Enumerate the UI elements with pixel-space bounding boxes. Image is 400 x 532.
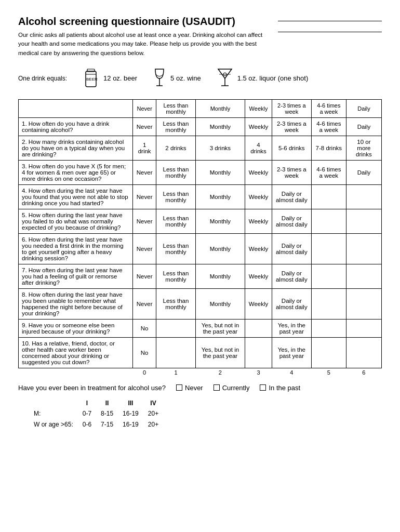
scoring-male-I: 0-7	[83, 408, 91, 419]
page-title: Alcohol screening questionnaire (USAUDIT…	[18, 16, 268, 28]
q2-a6: 10 or more drinks	[346, 136, 381, 160]
q6-a6	[346, 233, 381, 264]
q9-a4: Yes, in the past year	[272, 319, 311, 337]
scoring-male-II: 8-15	[101, 408, 113, 419]
q10-a6	[346, 337, 381, 368]
score-0: 0	[133, 368, 156, 376]
q1-a5: 4-6 times a week	[311, 117, 346, 136]
col-question	[19, 99, 133, 117]
q10-a5	[311, 337, 346, 368]
q8-a5	[311, 288, 346, 319]
q7-a6	[346, 264, 381, 288]
col-2-3-times: 2-3 times a week	[272, 99, 311, 117]
scoring-male-III: 16-19	[123, 408, 139, 419]
col-monthly: Monthly	[195, 99, 245, 117]
q8-a1: Less than monthly	[156, 288, 195, 319]
q3-a2: Monthly	[195, 160, 245, 184]
scoring-col-IV: IV	[148, 398, 158, 408]
table-row: 2. How many drinks containing alcohol do…	[19, 136, 382, 160]
scoring-female-III: 16-19	[123, 419, 139, 430]
q7-a3: Weekly	[245, 264, 272, 288]
treatment-in-past[interactable]: In the past	[260, 384, 300, 392]
scoring-female-IV: 20+	[148, 419, 158, 430]
q3-a5: 4-6 times a week	[311, 160, 346, 184]
q8-a2: Monthly	[195, 288, 245, 319]
q9-a5	[311, 319, 346, 337]
treatment-label: Have you ever been in treatment for alco…	[18, 384, 166, 392]
wine-drink-item: 5 oz. wine	[153, 67, 201, 90]
q5-a5	[311, 209, 346, 233]
q9-a6	[346, 319, 381, 337]
q9-a0: No	[133, 319, 156, 337]
svg-text:BEER: BEER	[86, 77, 98, 82]
q2-a5: 7-8 drinks	[311, 136, 346, 160]
q5-a0: Never	[133, 209, 156, 233]
q4-text: 4. How often during the last year have y…	[19, 184, 133, 209]
q8-a3: Weekly	[245, 288, 272, 319]
treatment-currently[interactable]: Currently	[214, 384, 250, 392]
q1-a1: Less than monthly	[156, 117, 195, 136]
q1-a2: Monthly	[195, 117, 245, 136]
q4-a5	[311, 184, 346, 209]
q4-a0: Never	[133, 184, 156, 209]
q5-a4: Daily or almost daily	[272, 209, 311, 233]
beer-icon: BEER	[83, 67, 99, 90]
score-row: 0 1 2 3 4 5 6	[19, 368, 382, 376]
q6-a0: Never	[133, 233, 156, 264]
q1-text: 1. How often do you have a drink contain…	[19, 117, 133, 136]
q2-a3: 4 drinks	[245, 136, 272, 160]
martini-icon	[217, 67, 233, 90]
q3-a3: Weekly	[245, 160, 272, 184]
q6-a4: Daily or almost daily	[272, 233, 311, 264]
q10-a1	[156, 337, 195, 368]
scoring-col-III: III	[123, 398, 139, 408]
q6-a3: Weekly	[245, 233, 272, 264]
q5-a6	[346, 209, 381, 233]
score-3: 3	[245, 368, 272, 376]
martini-label: 1.5 oz. liquor (one shot)	[237, 74, 309, 82]
q10-text: 10. Has a relative, friend, doctor, or o…	[19, 337, 133, 368]
q9-a3	[245, 319, 272, 337]
never-checkbox[interactable]	[176, 384, 182, 391]
q7-a4: Daily or almost daily	[272, 264, 311, 288]
scoring-section: I II III IV M: 0-7 8-15 16-19 20+ W or a…	[18, 398, 382, 430]
q10-a2: Yes, but not in the past year	[195, 337, 245, 368]
column-header-row: Never Less than monthly Monthly Weekly 2…	[19, 99, 382, 117]
q7-a2: Monthly	[195, 264, 245, 288]
header-line-2	[278, 32, 382, 32]
q4-a4: Daily or almost daily	[272, 184, 311, 209]
table-row: 4. How often during the last year have y…	[19, 184, 382, 209]
q10-a3	[245, 337, 272, 368]
drink-equals-label: One drink equals:	[18, 75, 67, 82]
q1-a3: Weekly	[245, 117, 272, 136]
treatment-never[interactable]: Never	[176, 384, 203, 392]
q9-a2: Yes, but not in the past year	[195, 319, 245, 337]
drink-section: One drink equals: BEER 12 oz. beer 5 oz.…	[18, 67, 382, 90]
in-past-checkbox[interactable]	[260, 384, 266, 391]
q9-a1	[156, 319, 195, 337]
col-never: Never	[133, 99, 156, 117]
never-label: Never	[185, 384, 203, 392]
table-row: 1. How often do you have a drink contain…	[19, 117, 382, 136]
q2-a2: 3 drinks	[195, 136, 245, 160]
treatment-section: Have you ever been in treatment for alco…	[18, 384, 382, 392]
q8-a0: Never	[133, 288, 156, 319]
header-line-1	[278, 21, 382, 21]
q7-a1: Less than monthly	[156, 264, 195, 288]
q6-a2: Monthly	[195, 233, 245, 264]
q7-text: 7. How often during the last year have y…	[19, 264, 133, 288]
martini-drink-item: 1.5 oz. liquor (one shot)	[217, 67, 309, 90]
currently-checkbox[interactable]	[214, 384, 220, 391]
wine-label: 5 oz. wine	[170, 74, 201, 82]
q4-a1: Less than monthly	[156, 184, 195, 209]
scoring-female-II: 7-15	[101, 419, 113, 430]
scoring-col-I: I	[83, 398, 91, 408]
q8-text: 8. How often during the last year have y…	[19, 288, 133, 319]
q4-a2: Monthly	[195, 184, 245, 209]
q2-a4: 5-6 drinks	[272, 136, 311, 160]
col-daily: Daily	[346, 99, 381, 117]
scoring-empty	[34, 398, 73, 408]
score-2: 2	[195, 368, 245, 376]
beer-label: 12 oz. beer	[103, 74, 137, 82]
in-past-label: In the past	[269, 384, 300, 392]
